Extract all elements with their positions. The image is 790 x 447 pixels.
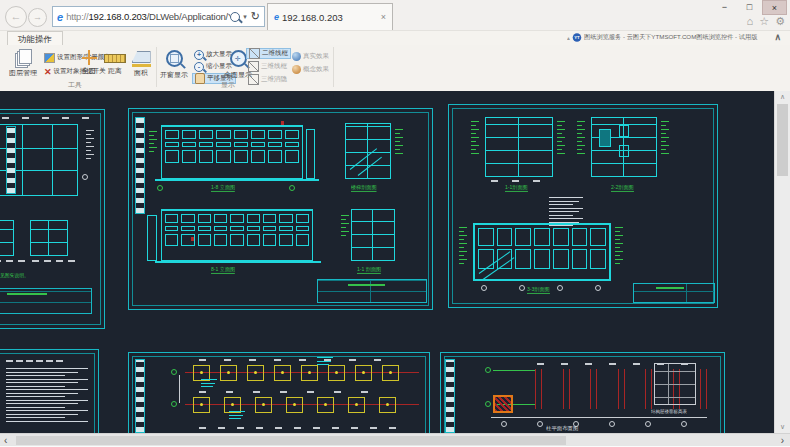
base-line [491,417,707,418]
scroll-up-icon[interactable]: ∧ [775,93,790,101]
decor-cell [234,130,248,139]
decor-cell [299,359,306,361]
axis-bubble [681,421,687,427]
collapse-ribbon-icon[interactable]: ∧ [774,32,781,42]
decor-cell [36,360,43,362]
decor-cell [661,149,666,150]
decor-cell [577,149,582,150]
decor-cell [216,142,230,147]
decor-cell [395,129,403,130]
style-2d-wireframe-button[interactable]: 二维线框 [246,48,291,59]
full-extent-button[interactable]: 全图 [76,50,102,75]
decor-cell [263,226,276,231]
maximize-button[interactable]: □ [737,0,762,15]
decor-cell [6,389,88,390]
decor-cell [165,234,178,246]
horizontal-scrollbar[interactable]: ‹ › [0,433,790,447]
refresh-icon[interactable]: ↻ [251,10,260,23]
browser-tab[interactable]: e 192.168.0.203 × [267,3,393,30]
home-icon[interactable]: ⌂ [747,15,754,28]
decor-cell [253,391,260,393]
zoom-window-button[interactable]: 开窗显示 [158,49,190,79]
minimize-button[interactable]: − [712,0,737,15]
drawing-label: 柱平面布置图 [546,425,578,433]
dim-stack [557,121,565,154]
dim-stack [86,130,94,159]
decor-cell [6,386,65,387]
cad-canvas[interactable]: 大样做法详见图集说明。 1-8 立面图 楼梯剖面图 8-1 立面图 [0,91,775,433]
decor-cell [563,369,570,409]
axis-bubble [481,285,487,291]
decor-cell [42,117,49,119]
search-icon[interactable] [230,12,240,22]
address-bar[interactable]: e http://192.168.0.203/DLWeb/Application… [52,6,265,27]
decor-cell [471,121,479,122]
decor-cell [615,231,620,232]
decor-cell [6,400,88,401]
forward-button[interactable]: → [28,8,47,27]
horizontal-scroll-thumb[interactable] [16,436,566,445]
decor-cell [199,150,213,163]
decor-cell [577,121,585,122]
stair-section [345,123,391,179]
decor-cell [615,239,620,240]
ribbon-tab-function[interactable]: 功能操作 [7,31,63,46]
decor-cell [534,228,550,246]
axis-bubble [485,367,491,373]
zoom-in-icon: + [194,50,204,60]
level-table [654,363,696,405]
decor-cell [256,427,263,429]
decor-cell [317,357,333,358]
measure-area-button[interactable]: 面积 [128,50,154,77]
decor-cell [296,234,309,246]
decor-cell [459,259,467,260]
decor-cell [279,234,292,246]
tab-close-icon[interactable]: × [381,12,386,22]
sheet-notes [0,349,99,433]
axis-ticks [0,117,89,119]
decor-cell [395,133,400,134]
decor-cell [198,234,211,246]
decor-cell [2,117,9,119]
decor-cell [557,125,562,126]
decor-cell [549,204,573,205]
back-button[interactable]: ← [5,6,27,28]
settings-gear-icon[interactable]: ⚙ [775,15,785,28]
scroll-down-icon[interactable]: ∨ [775,423,790,431]
axis-bubble [595,285,601,291]
drawing-label: 8-1 立面图 [211,267,235,274]
decor-cell [6,393,78,394]
elevation-2 [161,209,313,261]
decor-cell [6,421,88,422]
tab-favicon: e [274,12,279,22]
favorites-icon[interactable]: ☆ [759,15,769,28]
group-separator [156,47,157,87]
measure-distance-button[interactable]: 距离 [102,50,128,75]
style-3d-wireframe-button[interactable]: 三维线框 [246,61,289,72]
close-button[interactable]: × [762,0,787,15]
dim-stack [615,227,623,264]
decor-cell [661,129,669,130]
decor-cell [382,365,399,381]
vertical-scrollbar[interactable]: ∧ ∨ [774,91,790,433]
decor-cell [471,149,476,150]
style-conceptual-button[interactable]: 概念效果 [290,64,331,75]
roof-marker [281,121,284,125]
layer-manager-button[interactable]: 图层管理 [5,49,41,77]
decor-cell [557,137,565,138]
decor-cell [557,129,565,130]
decor-cell [16,360,23,362]
decor-cell [549,201,579,202]
decor-cell [229,411,245,412]
group-separator [333,47,334,87]
sheet-foundation-plan [128,352,430,433]
decor-cell [230,226,243,231]
group-label-display: 显示 [198,80,258,90]
vertical-scroll-thumb[interactable] [777,104,788,176]
autocomplete-caret-icon[interactable]: ▾ [243,13,247,21]
drawing-label: 1-1 剖面图 [357,267,381,274]
decor-cell [341,231,349,232]
style-realistic-button[interactable]: 真实效果 [290,51,331,62]
decor-cell [201,386,213,387]
ground-line [155,179,319,181]
